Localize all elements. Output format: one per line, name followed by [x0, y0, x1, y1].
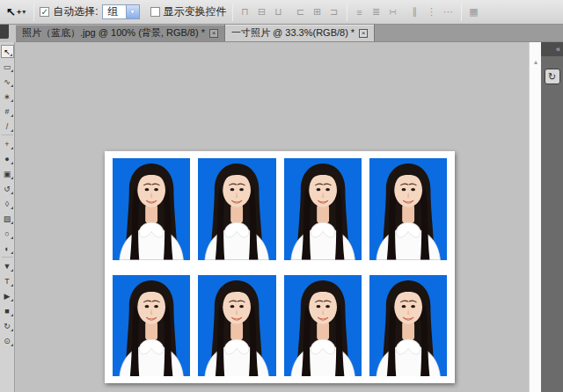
auto-select-dropdown[interactable]: 组 ▼ — [102, 4, 140, 19]
id-photo-portrait — [198, 275, 275, 377]
distribute-bottom-edges-icon[interactable]: ∺ — [386, 5, 400, 19]
id-photo[interactable] — [198, 158, 275, 260]
3d-orbit-tool[interactable]: ⊙ — [1, 334, 14, 347]
eraser-tool[interactable]: ◊ — [1, 197, 14, 210]
id-photo[interactable] — [369, 275, 447, 377]
gradient-tool[interactable]: ▨ — [1, 212, 14, 225]
pen-tool[interactable]: ▼ — [1, 259, 14, 272]
show-transform-checkbox[interactable] — [150, 7, 160, 17]
tool-preset-arrow-icon[interactable]: ▾ — [22, 8, 26, 16]
close-icon[interactable]: × — [359, 29, 368, 38]
collapse-dock-icon[interactable]: « — [556, 45, 560, 54]
vertical-scrollbar[interactable]: ▴ — [529, 42, 541, 392]
lasso-tool[interactable]: ∿ — [1, 75, 14, 88]
align-horizontal-centers-icon[interactable]: ⊞ — [311, 5, 325, 19]
scroll-up-icon[interactable]: ▴ — [530, 58, 542, 66]
id-photo[interactable] — [198, 275, 275, 377]
tab-bar-gap — [9, 25, 16, 42]
tab-one-inch-photo[interactable]: 一寸照片 @ 33.3%(RGB/8) * × — [225, 25, 375, 41]
quick-selection-tool[interactable]: ∗ — [1, 90, 14, 103]
id-photo[interactable] — [284, 158, 362, 260]
distribute-vertical-centers-icon[interactable]: ≣ — [369, 5, 384, 19]
tab-title: 照片（蓝底）.jpg @ 100% (背景, RGB/8) * — [22, 26, 205, 40]
eyedropper-tool[interactable]: / — [1, 120, 14, 133]
tools-panel-stub — [0, 25, 9, 39]
id-photo[interactable] — [113, 275, 190, 377]
current-tool-badge[interactable]: ↖ + ▾ — [4, 4, 28, 19]
dock-header[interactable]: « — [541, 42, 563, 56]
id-photo-portrait — [198, 158, 275, 260]
panel-dock: « ↻ — [541, 42, 563, 392]
align-right-edges-icon[interactable]: ⊐ — [327, 5, 341, 19]
id-photo-portrait — [113, 275, 190, 377]
spot-healing-brush-tool[interactable]: + — [1, 137, 14, 150]
distribute-left-edges-icon[interactable]: ∥ — [408, 5, 422, 19]
id-photo[interactable] — [284, 275, 362, 377]
align-icons-group: ⊓⊟⊔⊏⊞⊐ — [238, 5, 341, 19]
blur-tool[interactable]: ○ — [1, 227, 14, 240]
id-photo-portrait — [284, 275, 362, 377]
options-bar: ↖ + ▾ ✓ 自动选择: 组 ▼ 显示变换控件 ⊓⊟⊔⊏⊞⊐ ≡≣∺∥⋮⋯ ▦ — [0, 0, 563, 25]
align-left-edges-icon[interactable]: ⊏ — [294, 5, 308, 19]
tool-separator — [2, 134, 13, 135]
horizontal-type-tool[interactable]: T — [1, 274, 14, 287]
options-separator — [232, 4, 233, 21]
canvas-area[interactable] — [15, 42, 529, 392]
options-separator — [347, 4, 347, 21]
id-photo-portrait — [113, 158, 190, 260]
id-photo[interactable] — [369, 158, 447, 260]
id-photo-portrait — [284, 158, 362, 260]
tool-separator — [2, 257, 13, 258]
id-photo-portrait — [369, 158, 447, 260]
path-selection-tool[interactable]: ▶ — [1, 289, 14, 302]
dodge-tool[interactable]: ◐ — [1, 242, 14, 255]
show-transform-label: 显示变换控件 — [164, 4, 227, 19]
auto-align-layers-icon[interactable]: ▦ — [467, 5, 481, 19]
move-tool[interactable]: ↖ — [1, 45, 14, 58]
id-photo-portrait — [369, 275, 447, 377]
brush-tool[interactable]: ● — [1, 152, 14, 165]
align-vertical-centers-icon[interactable]: ⊟ — [255, 5, 269, 19]
tab-title: 一寸照片 @ 33.3%(RGB/8) * — [231, 26, 355, 40]
distribute-icons-group: ≡≣∺∥⋮⋯ — [353, 5, 456, 19]
distribute-right-edges-icon[interactable]: ⋯ — [442, 5, 456, 19]
tab-photo-blue-bg[interactable]: 照片（蓝底）.jpg @ 100% (背景, RGB/8) * × — [16, 25, 225, 41]
tools-panel: ↖▭∿∗#/+●▣↺◊▨○◐▼T▶■↻⊙ — [0, 42, 15, 392]
options-separator — [461, 4, 462, 21]
clone-stamp-tool[interactable]: ▣ — [1, 167, 14, 180]
rectangle-tool[interactable]: ■ — [1, 304, 14, 317]
distribute-horizontal-centers-icon[interactable]: ⋮ — [425, 5, 439, 19]
history-brush-tool[interactable]: ↺ — [1, 182, 14, 195]
align-top-edges-icon[interactable]: ⊓ — [238, 5, 252, 19]
tab-strip: 照片（蓝底）.jpg @ 100% (背景, RGB/8) * × 一寸照片 @… — [16, 25, 563, 42]
history-panel-icon[interactable]: ↻ — [545, 69, 560, 84]
close-icon[interactable]: × — [209, 29, 218, 38]
move-cross-icon: + — [17, 8, 21, 17]
options-separator — [33, 4, 34, 21]
align-bottom-edges-icon[interactable]: ⊔ — [272, 5, 286, 19]
auto-select-label: 自动选择: — [53, 4, 98, 19]
distribute-top-edges-icon[interactable]: ≡ — [353, 5, 367, 19]
rectangular-marquee-tool[interactable]: ▭ — [1, 60, 14, 73]
3d-rotate-tool[interactable]: ↻ — [1, 319, 14, 332]
photoshop-window: ↖ + ▾ ✓ 自动选择: 组 ▼ 显示变换控件 ⊓⊟⊔⊏⊞⊐ ≡≣∺∥⋮⋯ ▦ — [0, 0, 563, 392]
photo-document[interactable] — [105, 151, 455, 383]
auto-select-checkbox[interactable]: ✓ — [40, 7, 49, 17]
id-photo[interactable] — [113, 158, 190, 260]
dropdown-arrow-icon[interactable]: ▼ — [126, 5, 139, 18]
move-tool-icon: ↖ — [6, 5, 16, 18]
document-tab-bar: 照片（蓝底）.jpg @ 100% (背景, RGB/8) * × 一寸照片 @… — [0, 25, 563, 42]
auto-select-value: 组 — [103, 4, 126, 19]
crop-tool[interactable]: # — [1, 105, 14, 118]
